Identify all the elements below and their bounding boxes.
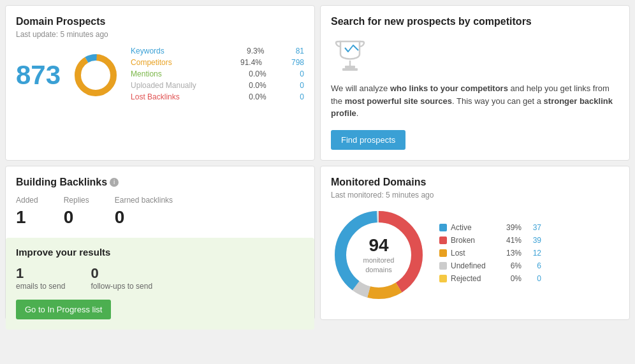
svg-rect-4 bbox=[342, 68, 358, 71]
stat-added: Added 1 bbox=[16, 196, 38, 228]
monitored-donut: 94 monitoreddomains bbox=[331, 207, 427, 303]
legend-broken: Broken 41% 39 bbox=[439, 236, 541, 245]
domain-prospects-body: 873 Keywords 9.3% 81 Competitors bbox=[16, 47, 304, 104]
improve-title: Improve your results bbox=[16, 247, 304, 258]
monitored-total: 94 bbox=[363, 235, 395, 256]
monitored-label: monitoreddomains bbox=[363, 256, 395, 274]
info-icon[interactable]: i bbox=[110, 178, 119, 187]
monitored-domains-body: 94 monitoreddomains Active 39% 37 Broken… bbox=[331, 207, 619, 303]
monitored-domains-subtitle: Last monitored: 5 minutes ago bbox=[331, 191, 619, 200]
domain-prospects-total: 873 bbox=[16, 60, 61, 91]
legend-dot-lost bbox=[439, 249, 447, 257]
building-backlinks-card: Building Backlinks i Added 1 Replies 0 E… bbox=[5, 166, 315, 320]
building-backlinks-title: Building Backlinks bbox=[16, 177, 107, 188]
improve-followups: 0 follow-ups to send bbox=[91, 265, 152, 291]
svg-point-1 bbox=[78, 57, 113, 93]
legend-lost: Lost 13% 12 bbox=[439, 249, 541, 258]
table-row: Competitors 91.4% 798 bbox=[131, 58, 304, 67]
legend-undefined: Undefined 6% 6 bbox=[439, 261, 541, 270]
prospects-table: Keywords 9.3% 81 Competitors 91.4% 798 M… bbox=[131, 47, 304, 104]
legend-dot-broken bbox=[439, 237, 447, 244]
stat-replies: Replies 0 bbox=[64, 196, 89, 228]
domain-prospects-subtitle: Last update: 5 minutes ago bbox=[16, 30, 304, 39]
search-prospects-title: Search for new prospects by competitors bbox=[331, 16, 619, 27]
backlinks-stats-row: Added 1 Replies 0 Earned backlinks 0 bbox=[16, 196, 304, 228]
go-to-in-progress-button[interactable]: Go to In Progress list bbox=[16, 300, 111, 319]
legend-dot-rejected bbox=[439, 275, 447, 282]
domain-prospects-title: Domain Prospects bbox=[16, 16, 304, 27]
trophy-icon bbox=[331, 35, 369, 73]
domain-prospects-donut bbox=[73, 53, 118, 98]
donut-center: 94 monitoreddomains bbox=[363, 235, 395, 274]
improve-stats: 1 emails to send 0 follow-ups to send bbox=[16, 265, 304, 291]
domain-prospects-card: Domain Prospects Last update: 5 minutes … bbox=[5, 5, 315, 161]
improve-emails: 1 emails to send bbox=[16, 265, 65, 291]
improve-box: Improve your results 1 emails to send 0 … bbox=[6, 238, 314, 330]
legend-rejected: Rejected 0% 0 bbox=[439, 274, 541, 283]
table-row: Keywords 9.3% 81 bbox=[131, 47, 304, 55]
svg-rect-3 bbox=[345, 66, 355, 68]
legend-active: Active 39% 37 bbox=[439, 223, 541, 232]
monitored-legend: Active 39% 37 Broken 41% 39 Lost 13% 12 bbox=[439, 223, 541, 287]
table-row: Mentions 0.0% 0 bbox=[131, 69, 304, 78]
legend-dot-active bbox=[439, 224, 447, 231]
find-prospects-button[interactable]: Find prospects bbox=[331, 130, 405, 150]
legend-dot-undefined bbox=[439, 262, 447, 270]
search-description: We will analyze who links to your compet… bbox=[331, 82, 619, 120]
search-prospects-card: Search for new prospects by competitors … bbox=[320, 5, 630, 161]
monitored-domains-card: Monitored Domains Last monitored: 5 minu… bbox=[320, 166, 630, 320]
stat-earned: Earned backlinks 0 bbox=[115, 196, 173, 228]
table-row: Lost Backlinks 0.0% 0 bbox=[131, 92, 304, 101]
table-row: Uploaded Manually 0.0% 0 bbox=[131, 81, 304, 90]
monitored-domains-title: Monitored Domains bbox=[331, 177, 619, 188]
